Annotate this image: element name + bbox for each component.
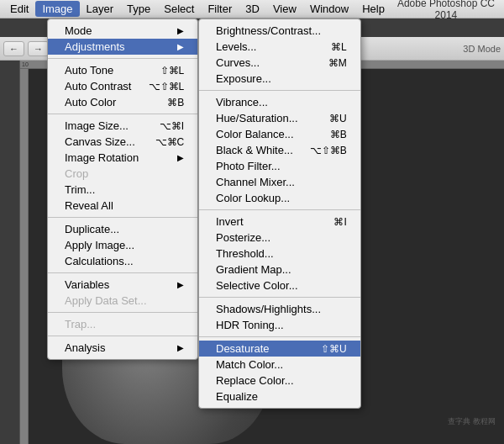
menu-item-shadows-highlights[interactable]: Shadows/Highlights...	[199, 301, 360, 317]
menubar-item-3d[interactable]: 3D	[239, 1, 266, 17]
menu-item-variables[interactable]: Variables ▶	[48, 277, 197, 293]
menubar-item-select[interactable]: Select	[157, 1, 201, 17]
menu-item-threshold[interactable]: Threshold...	[199, 246, 360, 262]
menu-item-hdr-toning[interactable]: HDR Toning...	[199, 317, 360, 333]
menubar-item-help[interactable]: Help	[355, 1, 391, 17]
menu-item-match-color[interactable]: Match Color...	[199, 357, 360, 373]
menu-item-photo-filter[interactable]: Photo Filter...	[199, 158, 360, 174]
separator	[199, 209, 360, 210]
separator	[48, 336, 197, 336]
menu-item-gradient-map[interactable]: Gradient Map...	[199, 262, 360, 278]
menu-item-calculations[interactable]: Calculations...	[48, 253, 197, 269]
menu-item-vibrance[interactable]: Vibrance...	[199, 94, 360, 110]
menu-item-auto-contrast[interactable]: Auto Contrast ⌥⇧⌘L	[48, 78, 197, 94]
menu-item-desaturate[interactable]: Desaturate ⇧⌘U	[199, 341, 360, 357]
menu-item-adjustments[interactable]: Adjustments ▶	[48, 39, 197, 55]
image-menu: Mode ▶ Adjustments ▶ Auto Tone ⇧⌘L Auto …	[47, 18, 198, 360]
separator	[199, 336, 360, 337]
toolbar-back-btn[interactable]: ←	[3, 41, 24, 56]
menu-item-auto-color[interactable]: Auto Color ⌘B	[48, 94, 197, 110]
menu-item-apply-data-set: Apply Data Set...	[48, 293, 197, 309]
separator	[48, 58, 197, 59]
menu-item-equalize[interactable]: Equalize	[199, 388, 360, 404]
submenu-arrow: ▶	[177, 280, 184, 289]
menu-item-image-size[interactable]: Image Size... ⌥⌘I	[48, 118, 197, 134]
menu-item-invert[interactable]: Invert ⌘I	[199, 214, 360, 230]
menu-item-brightness-contrast[interactable]: Brightness/Contrast...	[199, 23, 360, 39]
separator	[199, 90, 360, 91]
menu-item-trim[interactable]: Trim...	[48, 182, 197, 198]
menu-item-auto-tone[interactable]: Auto Tone ⇧⌘L	[48, 62, 197, 78]
toolbar-forward-btn[interactable]: →	[28, 41, 49, 56]
app-title: Adobe Photoshop CC 2014	[391, 0, 501, 21]
submenu-arrow: ▶	[177, 42, 184, 51]
submenu-arrow: ▶	[177, 26, 184, 35]
menu-item-reveal-all[interactable]: Reveal All	[48, 198, 197, 214]
adjustments-menu: Brightness/Contrast... Levels... ⌘L Curv…	[198, 18, 361, 409]
menubar-item-filter[interactable]: Filter	[201, 1, 239, 17]
menu-item-color-balance[interactable]: Color Balance... ⌘B	[199, 126, 360, 142]
menubar-item-layer[interactable]: Layer	[80, 1, 121, 17]
menu-item-duplicate[interactable]: Duplicate...	[48, 221, 197, 237]
menubar-item-window[interactable]: Window	[303, 1, 355, 17]
menubar-item-edit[interactable]: Edit	[3, 1, 35, 17]
submenu-arrow: ▶	[177, 153, 184, 162]
menu-item-canvas-size[interactable]: Canvas Size... ⌥⌘C	[48, 134, 197, 150]
menu-item-hue-saturation[interactable]: Hue/Saturation... ⌘U	[199, 110, 360, 126]
left-toolbar	[0, 61, 20, 444]
menu-item-posterize[interactable]: Posterize...	[199, 230, 360, 246]
menu-item-black-white[interactable]: Black & White... ⌥⇧⌘B	[199, 142, 360, 158]
separator	[48, 272, 197, 273]
menubar-item-type[interactable]: Type	[120, 1, 157, 17]
menu-item-levels[interactable]: Levels... ⌘L	[199, 39, 360, 55]
watermark: 查字典 教程网	[448, 416, 496, 427]
separator	[48, 114, 197, 114]
menubar: Edit Image Layer Type Select Filter 3D V…	[0, 0, 504, 18]
menubar-item-image[interactable]: Image	[35, 1, 79, 17]
menubar-item-view[interactable]: View	[266, 1, 303, 17]
separator	[48, 217, 197, 218]
menu-item-mode[interactable]: Mode ▶	[48, 23, 197, 39]
menu-item-image-rotation[interactable]: Image Rotation ▶	[48, 150, 197, 166]
menu-item-analysis[interactable]: Analysis ▶	[48, 340, 197, 356]
menu-item-apply-image[interactable]: Apply Image...	[48, 237, 197, 253]
menu-item-color-lookup[interactable]: Color Lookup...	[199, 190, 360, 206]
separator	[199, 297, 360, 298]
menu-item-trap: Trap...	[48, 316, 197, 332]
ruler-vertical	[20, 69, 29, 444]
menu-item-channel-mixer[interactable]: Channel Mixer...	[199, 174, 360, 190]
menu-item-replace-color[interactable]: Replace Color...	[199, 373, 360, 388]
menu-item-curves[interactable]: Curves... ⌘M	[199, 55, 360, 71]
menu-item-crop: Crop	[48, 166, 197, 182]
menu-item-selective-color[interactable]: Selective Color...	[199, 278, 360, 293]
separator	[48, 312, 197, 313]
menu-item-exposure[interactable]: Exposure...	[199, 71, 360, 87]
toolbar-3d-label: 3D Mode	[463, 44, 501, 54]
submenu-arrow: ▶	[177, 343, 184, 352]
